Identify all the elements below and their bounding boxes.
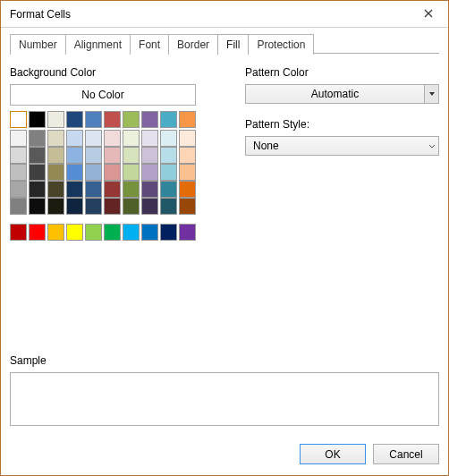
color-swatch[interactable] bbox=[85, 164, 102, 181]
no-color-button-label: No Color bbox=[81, 89, 123, 101]
color-swatch[interactable] bbox=[160, 164, 177, 181]
color-swatch[interactable] bbox=[160, 198, 177, 215]
color-swatch[interactable] bbox=[66, 224, 83, 241]
color-swatch[interactable] bbox=[29, 224, 46, 241]
color-swatch[interactable] bbox=[141, 111, 158, 128]
color-swatch[interactable] bbox=[10, 130, 27, 147]
color-swatch[interactable] bbox=[104, 130, 121, 147]
color-swatch[interactable] bbox=[66, 164, 83, 181]
color-swatch[interactable] bbox=[47, 198, 64, 215]
pattern-color-value: Automatic bbox=[246, 88, 424, 100]
color-swatch[interactable] bbox=[179, 181, 196, 198]
titlebar: Format Cells bbox=[1, 1, 448, 28]
tabstrip: NumberAlignmentFontBorderFillProtection bbox=[10, 33, 439, 54]
color-swatch[interactable] bbox=[160, 181, 177, 198]
color-swatch[interactable] bbox=[10, 198, 27, 215]
color-swatch[interactable] bbox=[66, 130, 83, 147]
pattern-style-group: Pattern Style: None bbox=[245, 118, 439, 156]
color-swatch[interactable] bbox=[10, 147, 27, 164]
color-swatch[interactable] bbox=[29, 181, 46, 198]
color-swatch[interactable] bbox=[10, 111, 27, 128]
color-swatch[interactable] bbox=[104, 147, 121, 164]
shade-row bbox=[10, 181, 196, 198]
color-swatch[interactable] bbox=[29, 198, 46, 215]
tab-font[interactable]: Font bbox=[130, 34, 169, 55]
tab-border[interactable]: Border bbox=[168, 34, 218, 55]
color-swatch[interactable] bbox=[47, 181, 64, 198]
color-swatch[interactable] bbox=[179, 198, 196, 215]
cancel-button[interactable]: Cancel bbox=[373, 444, 439, 464]
color-swatch[interactable] bbox=[85, 181, 102, 198]
color-swatch[interactable] bbox=[141, 224, 158, 241]
color-swatch[interactable] bbox=[29, 164, 46, 181]
color-swatch[interactable] bbox=[29, 147, 46, 164]
color-swatch[interactable] bbox=[160, 147, 177, 164]
color-swatch[interactable] bbox=[179, 164, 196, 181]
color-swatch[interactable] bbox=[141, 181, 158, 198]
color-swatch[interactable] bbox=[66, 111, 83, 128]
color-swatch[interactable] bbox=[141, 147, 158, 164]
color-swatch[interactable] bbox=[123, 198, 140, 215]
no-color-button[interactable]: No Color bbox=[10, 84, 196, 106]
color-swatch[interactable] bbox=[123, 224, 140, 241]
color-swatch[interactable] bbox=[179, 224, 196, 241]
color-swatch[interactable] bbox=[29, 111, 46, 128]
color-swatch[interactable] bbox=[47, 224, 64, 241]
color-swatch[interactable] bbox=[66, 198, 83, 215]
color-swatch[interactable] bbox=[85, 224, 102, 241]
color-swatch[interactable] bbox=[179, 147, 196, 164]
color-swatch[interactable] bbox=[141, 198, 158, 215]
tab-protection[interactable]: Protection bbox=[248, 34, 314, 55]
color-swatch[interactable] bbox=[85, 147, 102, 164]
color-swatch[interactable] bbox=[179, 130, 196, 147]
color-swatch[interactable] bbox=[47, 111, 64, 128]
color-swatch[interactable] bbox=[66, 181, 83, 198]
shade-row bbox=[10, 198, 196, 215]
color-swatch[interactable] bbox=[29, 130, 46, 147]
dialog-buttons: OK Cancel bbox=[1, 435, 448, 475]
color-swatch[interactable] bbox=[47, 164, 64, 181]
color-swatch[interactable] bbox=[104, 198, 121, 215]
shade-colors-grid bbox=[10, 130, 196, 215]
color-swatch[interactable] bbox=[104, 181, 121, 198]
close-button[interactable] bbox=[409, 1, 448, 27]
color-swatch[interactable] bbox=[123, 181, 140, 198]
color-swatch[interactable] bbox=[123, 164, 140, 181]
shade-row bbox=[10, 130, 196, 147]
color-swatch[interactable] bbox=[47, 130, 64, 147]
fill-left-column: Background Color No Color bbox=[10, 66, 229, 241]
format-cells-dialog: Format Cells NumberAlignmentFontBorderFi… bbox=[0, 0, 449, 476]
color-swatch[interactable] bbox=[10, 181, 27, 198]
sample-label: Sample bbox=[10, 354, 439, 367]
color-swatch[interactable] bbox=[47, 147, 64, 164]
color-swatch[interactable] bbox=[85, 198, 102, 215]
color-swatch[interactable] bbox=[160, 130, 177, 147]
sample-preview bbox=[10, 372, 439, 426]
ok-button[interactable]: OK bbox=[300, 444, 366, 464]
color-swatch[interactable] bbox=[85, 130, 102, 147]
color-swatch[interactable] bbox=[66, 147, 83, 164]
color-swatch[interactable] bbox=[179, 111, 196, 128]
color-swatch[interactable] bbox=[10, 164, 27, 181]
pattern-style-dropdown[interactable]: None bbox=[245, 136, 439, 156]
color-swatch[interactable] bbox=[85, 111, 102, 128]
pattern-style-label: Pattern Style: bbox=[245, 118, 439, 131]
tab-alignment[interactable]: Alignment bbox=[65, 34, 131, 55]
dialog-body: NumberAlignmentFontBorderFillProtection … bbox=[1, 28, 448, 435]
color-swatch[interactable] bbox=[141, 164, 158, 181]
pattern-color-dropdown[interactable]: Automatic bbox=[245, 84, 439, 104]
color-swatch[interactable] bbox=[10, 224, 27, 241]
color-swatch[interactable] bbox=[160, 111, 177, 128]
color-swatch[interactable] bbox=[160, 224, 177, 241]
color-swatch[interactable] bbox=[123, 130, 140, 147]
color-swatch[interactable] bbox=[141, 130, 158, 147]
color-swatch[interactable] bbox=[123, 147, 140, 164]
color-swatch[interactable] bbox=[104, 224, 121, 241]
color-swatch[interactable] bbox=[104, 164, 121, 181]
tab-fill[interactable]: Fill bbox=[217, 34, 249, 55]
color-swatch[interactable] bbox=[123, 111, 140, 128]
shade-row bbox=[10, 147, 196, 164]
tab-number[interactable]: Number bbox=[10, 34, 66, 55]
pattern-style-value: None bbox=[246, 140, 424, 152]
color-swatch[interactable] bbox=[104, 111, 121, 128]
